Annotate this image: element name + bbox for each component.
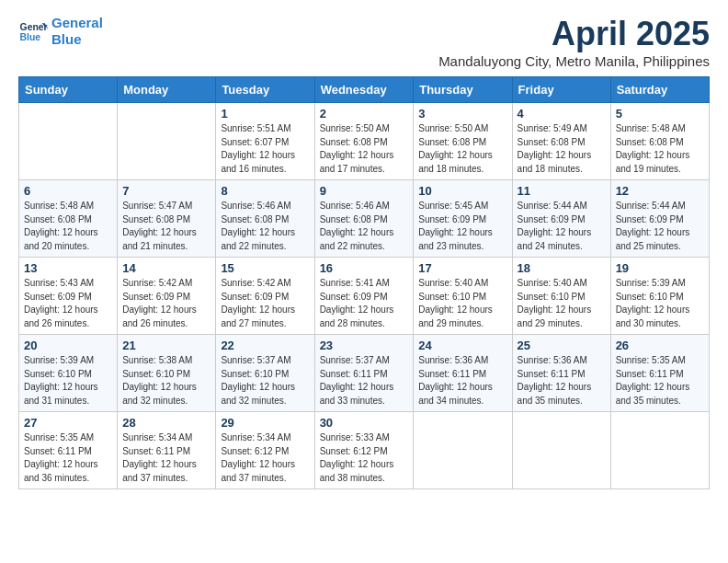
title-block: April 2025 Mandaluyong City, Metro Manil… bbox=[438, 15, 710, 69]
col-header-sunday: Sunday bbox=[19, 77, 118, 103]
day-cell bbox=[118, 103, 216, 180]
day-cell: 9Sunrise: 5:46 AM Sunset: 6:08 PM Daylig… bbox=[314, 180, 414, 258]
day-info: Sunrise: 5:34 AM Sunset: 6:11 PM Dayligh… bbox=[122, 431, 210, 485]
day-info: Sunrise: 5:50 AM Sunset: 6:08 PM Dayligh… bbox=[418, 122, 506, 176]
day-number: 19 bbox=[616, 261, 704, 275]
day-cell: 2Sunrise: 5:50 AM Sunset: 6:08 PM Daylig… bbox=[314, 103, 414, 180]
day-number: 27 bbox=[24, 416, 112, 430]
col-header-monday: Monday bbox=[118, 77, 216, 103]
day-info: Sunrise: 5:44 AM Sunset: 6:09 PM Dayligh… bbox=[616, 200, 704, 253]
day-cell: 14Sunrise: 5:42 AM Sunset: 6:09 PM Dayli… bbox=[118, 258, 216, 335]
day-number: 12 bbox=[616, 184, 704, 198]
header-row: SundayMondayTuesdayWednesdayThursdayFrid… bbox=[19, 77, 710, 103]
day-info: Sunrise: 5:38 AM Sunset: 6:10 PM Dayligh… bbox=[122, 354, 210, 408]
logo-line2: Blue bbox=[51, 31, 82, 47]
day-cell bbox=[512, 412, 610, 489]
col-header-wednesday: Wednesday bbox=[314, 77, 414, 103]
day-cell: 7Sunrise: 5:47 AM Sunset: 6:08 PM Daylig… bbox=[118, 180, 216, 258]
week-row-1: 1Sunrise: 5:51 AM Sunset: 6:07 PM Daylig… bbox=[19, 103, 710, 180]
page-header: General Blue General Blue April 2025 Man… bbox=[18, 15, 710, 69]
day-cell: 8Sunrise: 5:46 AM Sunset: 6:08 PM Daylig… bbox=[216, 180, 314, 258]
day-info: Sunrise: 5:51 AM Sunset: 6:07 PM Dayligh… bbox=[221, 122, 309, 176]
col-header-friday: Friday bbox=[512, 77, 610, 103]
day-cell bbox=[610, 412, 709, 489]
day-number: 8 bbox=[221, 184, 309, 198]
day-cell bbox=[19, 103, 118, 180]
day-info: Sunrise: 5:36 AM Sunset: 6:11 PM Dayligh… bbox=[418, 354, 506, 408]
day-cell: 25Sunrise: 5:36 AM Sunset: 6:11 PM Dayli… bbox=[512, 335, 610, 412]
day-cell: 18Sunrise: 5:40 AM Sunset: 6:10 PM Dayli… bbox=[512, 258, 610, 335]
day-info: Sunrise: 5:34 AM Sunset: 6:12 PM Dayligh… bbox=[221, 431, 309, 485]
day-number: 24 bbox=[418, 339, 506, 352]
day-info: Sunrise: 5:46 AM Sunset: 6:08 PM Dayligh… bbox=[221, 200, 309, 253]
day-info: Sunrise: 5:50 AM Sunset: 6:08 PM Dayligh… bbox=[320, 122, 409, 176]
week-row-4: 20Sunrise: 5:39 AM Sunset: 6:10 PM Dayli… bbox=[19, 335, 710, 412]
day-cell: 30Sunrise: 5:33 AM Sunset: 6:12 PM Dayli… bbox=[314, 412, 414, 489]
day-cell: 20Sunrise: 5:39 AM Sunset: 6:10 PM Dayli… bbox=[19, 335, 118, 412]
day-number: 22 bbox=[221, 339, 309, 352]
day-info: Sunrise: 5:46 AM Sunset: 6:08 PM Dayligh… bbox=[320, 200, 409, 253]
day-cell: 11Sunrise: 5:44 AM Sunset: 6:09 PM Dayli… bbox=[512, 180, 610, 258]
week-row-3: 13Sunrise: 5:43 AM Sunset: 6:09 PM Dayli… bbox=[19, 258, 710, 335]
day-info: Sunrise: 5:47 AM Sunset: 6:08 PM Dayligh… bbox=[122, 200, 210, 253]
day-cell: 26Sunrise: 5:35 AM Sunset: 6:11 PM Dayli… bbox=[610, 335, 709, 412]
day-info: Sunrise: 5:43 AM Sunset: 6:09 PM Dayligh… bbox=[24, 277, 112, 330]
day-info: Sunrise: 5:40 AM Sunset: 6:10 PM Dayligh… bbox=[418, 277, 506, 330]
day-number: 4 bbox=[518, 107, 606, 121]
week-row-2: 6Sunrise: 5:48 AM Sunset: 6:08 PM Daylig… bbox=[19, 180, 710, 258]
day-cell: 19Sunrise: 5:39 AM Sunset: 6:10 PM Dayli… bbox=[610, 258, 709, 335]
day-number: 17 bbox=[418, 261, 506, 275]
logo: General Blue General Blue bbox=[18, 15, 103, 48]
logo-icon: General Blue bbox=[18, 18, 48, 44]
day-cell: 5Sunrise: 5:48 AM Sunset: 6:08 PM Daylig… bbox=[610, 103, 709, 180]
day-number: 26 bbox=[616, 339, 704, 352]
day-cell: 17Sunrise: 5:40 AM Sunset: 6:10 PM Dayli… bbox=[414, 258, 512, 335]
day-number: 14 bbox=[122, 261, 210, 275]
day-number: 6 bbox=[24, 184, 112, 198]
day-number: 13 bbox=[24, 261, 112, 275]
day-cell: 12Sunrise: 5:44 AM Sunset: 6:09 PM Dayli… bbox=[610, 180, 709, 258]
day-number: 10 bbox=[418, 184, 506, 198]
day-number: 20 bbox=[24, 339, 112, 352]
day-cell: 6Sunrise: 5:48 AM Sunset: 6:08 PM Daylig… bbox=[19, 180, 118, 258]
day-cell: 13Sunrise: 5:43 AM Sunset: 6:09 PM Dayli… bbox=[19, 258, 118, 335]
day-number: 16 bbox=[320, 261, 409, 275]
day-number: 28 bbox=[122, 416, 210, 430]
day-number: 7 bbox=[122, 184, 210, 198]
day-cell: 29Sunrise: 5:34 AM Sunset: 6:12 PM Dayli… bbox=[216, 412, 314, 489]
day-number: 11 bbox=[518, 184, 606, 198]
day-info: Sunrise: 5:42 AM Sunset: 6:09 PM Dayligh… bbox=[221, 277, 309, 330]
col-header-saturday: Saturday bbox=[610, 77, 709, 103]
day-info: Sunrise: 5:37 AM Sunset: 6:10 PM Dayligh… bbox=[221, 354, 309, 408]
day-info: Sunrise: 5:45 AM Sunset: 6:09 PM Dayligh… bbox=[418, 200, 506, 253]
month-title: April 2025 bbox=[438, 15, 710, 53]
day-cell: 23Sunrise: 5:37 AM Sunset: 6:11 PM Dayli… bbox=[314, 335, 414, 412]
day-info: Sunrise: 5:49 AM Sunset: 6:08 PM Dayligh… bbox=[518, 122, 606, 176]
day-info: Sunrise: 5:41 AM Sunset: 6:09 PM Dayligh… bbox=[320, 277, 409, 330]
day-info: Sunrise: 5:42 AM Sunset: 6:09 PM Dayligh… bbox=[122, 277, 210, 330]
day-number: 15 bbox=[221, 261, 309, 275]
calendar-table: SundayMondayTuesdayWednesdayThursdayFrid… bbox=[18, 76, 710, 489]
day-number: 2 bbox=[320, 107, 409, 121]
svg-text:Blue: Blue bbox=[20, 32, 41, 42]
day-info: Sunrise: 5:48 AM Sunset: 6:08 PM Dayligh… bbox=[24, 200, 112, 253]
day-number: 23 bbox=[320, 339, 409, 352]
day-cell: 3Sunrise: 5:50 AM Sunset: 6:08 PM Daylig… bbox=[414, 103, 512, 180]
logo-line1: General bbox=[51, 15, 103, 30]
day-cell: 15Sunrise: 5:42 AM Sunset: 6:09 PM Dayli… bbox=[216, 258, 314, 335]
day-info: Sunrise: 5:37 AM Sunset: 6:11 PM Dayligh… bbox=[320, 354, 409, 408]
day-cell: 28Sunrise: 5:34 AM Sunset: 6:11 PM Dayli… bbox=[118, 412, 216, 489]
day-info: Sunrise: 5:35 AM Sunset: 6:11 PM Dayligh… bbox=[24, 431, 112, 485]
day-cell: 10Sunrise: 5:45 AM Sunset: 6:09 PM Dayli… bbox=[414, 180, 512, 258]
day-number: 30 bbox=[320, 416, 409, 430]
day-number: 29 bbox=[221, 416, 309, 430]
day-info: Sunrise: 5:40 AM Sunset: 6:10 PM Dayligh… bbox=[518, 277, 606, 330]
day-number: 1 bbox=[221, 107, 309, 121]
logo-text: General Blue bbox=[51, 15, 103, 48]
day-cell: 1Sunrise: 5:51 AM Sunset: 6:07 PM Daylig… bbox=[216, 103, 314, 180]
day-info: Sunrise: 5:44 AM Sunset: 6:09 PM Dayligh… bbox=[518, 200, 606, 253]
day-cell bbox=[414, 412, 512, 489]
day-number: 5 bbox=[616, 107, 704, 121]
location-title: Mandaluyong City, Metro Manila, Philippi… bbox=[438, 53, 710, 69]
day-cell: 24Sunrise: 5:36 AM Sunset: 6:11 PM Dayli… bbox=[414, 335, 512, 412]
